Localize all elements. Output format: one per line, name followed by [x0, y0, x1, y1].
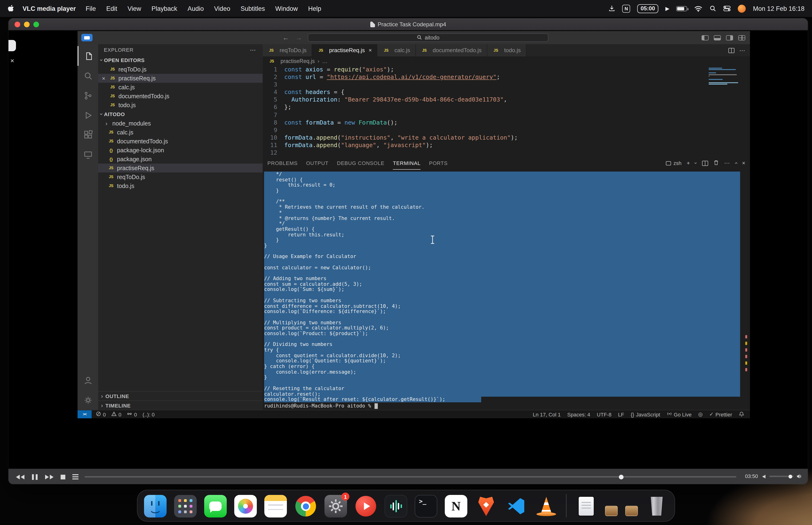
section-open-editors[interactable]: › OPEN EDITORS: [98, 56, 263, 65]
dock-window-2-icon[interactable]: [625, 506, 638, 516]
kill-terminal-icon[interactable]: [713, 160, 719, 167]
dock-system-settings-icon[interactable]: 1: [324, 495, 347, 518]
open-editor-reqToDo.js[interactable]: JSreqToDo.js: [98, 65, 263, 74]
tab-documentedTodo.js[interactable]: JSdocumentedTodo.js: [416, 44, 487, 56]
tab-calc.js[interactable]: JScalc.js: [378, 44, 416, 56]
shell-indicator[interactable]: zsh: [666, 160, 681, 166]
close-editor-icon[interactable]: ×: [102, 75, 109, 81]
tab-todo.js[interactable]: JStodo.js: [487, 44, 526, 56]
panel-tab-ports[interactable]: PORTS: [429, 157, 448, 169]
menu-video[interactable]: Video: [209, 5, 235, 12]
dock-window-1-icon[interactable]: [605, 506, 618, 516]
rewind-button[interactable]: [16, 475, 24, 479]
seek-knob[interactable]: [619, 475, 624, 479]
status-problems-errors[interactable]: 0: [96, 411, 106, 417]
menu-playback[interactable]: Playback: [147, 5, 183, 12]
open-editor-documentedTodo.js[interactable]: JSdocumentedTodo.js: [98, 92, 263, 101]
dock-brave-icon[interactable]: [475, 495, 497, 518]
layout-panel-icon[interactable]: [714, 35, 721, 40]
status-cursor-position[interactable]: Ln 17, Col 1: [533, 411, 561, 417]
dock-photos-icon[interactable]: [234, 495, 257, 518]
source-control-icon[interactable]: [78, 86, 98, 105]
open-editor-todo.js[interactable]: JStodo.js: [98, 101, 263, 109]
dock-notion-icon[interactable]: N: [445, 495, 467, 518]
extensions-icon[interactable]: [78, 125, 98, 145]
open-editor-calc.js[interactable]: JScalc.js: [98, 83, 263, 92]
fast-forward-button[interactable]: [45, 475, 53, 479]
panel-maximize-icon[interactable]: ›: [733, 162, 739, 164]
download-icon[interactable]: [609, 5, 615, 12]
section-folder-aitodo[interactable]: › AITODO: [98, 109, 263, 119]
layout-sidebar-right-icon[interactable]: [726, 35, 733, 40]
panel-tab-output[interactable]: OUTPUT: [306, 157, 328, 169]
dock-terminal-icon[interactable]: >_: [415, 495, 437, 518]
notion-menubar-icon[interactable]: N: [623, 4, 630, 13]
dock-vlc-icon[interactable]: [535, 495, 557, 518]
status-prettier[interactable]: ✓Prettier: [709, 411, 732, 417]
file-package-lock.json[interactable]: {}package-lock.json: [98, 146, 263, 155]
status-snippet-indicator[interactable]: (..): 0: [143, 411, 155, 417]
dock-documents-icon[interactable]: [575, 495, 597, 518]
menu-bar-clock[interactable]: Mon 12 Feb 16:18: [753, 5, 805, 12]
video-canvas[interactable]: × ← → aitodo: [9, 31, 808, 469]
editor-more-actions-icon[interactable]: ⋯: [739, 47, 745, 54]
menu-file[interactable]: File: [81, 5, 101, 12]
dock-messages-icon[interactable]: [204, 495, 227, 518]
nav-forward-icon[interactable]: →: [295, 34, 302, 41]
panel-tab-problems[interactable]: PROBLEMS: [267, 157, 298, 169]
panel-tab-terminal[interactable]: TERMINAL: [393, 157, 420, 169]
close-tab-icon[interactable]: ×: [369, 47, 372, 54]
layout-customize-icon[interactable]: [738, 35, 745, 40]
split-terminal-icon[interactable]: [702, 161, 708, 166]
dock-audio-icon[interactable]: [385, 495, 407, 518]
code-editor[interactable]: 1const axios = require("axios");2const u…: [263, 66, 750, 156]
tab-reqToDo.js[interactable]: JSreqToDo.js: [263, 44, 312, 56]
file-node_modules[interactable]: ›node_modules: [98, 119, 263, 128]
dock-finder-icon[interactable]: [144, 495, 167, 518]
file-calc.js[interactable]: JScalc.js: [98, 128, 263, 137]
panel-more-icon[interactable]: ⋯: [724, 160, 730, 166]
dock-trash-icon[interactable]: [645, 495, 668, 518]
zoom-window-button[interactable]: [33, 21, 39, 27]
file-practiseReq.js[interactable]: JSpractiseReq.js: [98, 164, 263, 172]
status-encoding[interactable]: UTF-8: [597, 411, 611, 417]
minimap[interactable]: [709, 68, 742, 86]
account-icon[interactable]: [78, 370, 98, 390]
minimize-window-button[interactable]: [24, 21, 30, 27]
settings-gear-icon[interactable]: [78, 390, 98, 410]
status-eol[interactable]: LF: [618, 411, 624, 417]
layout-sidebar-icon[interactable]: [702, 35, 709, 40]
section-timeline[interactable]: ›TIMELINE: [98, 401, 263, 410]
recording-timer[interactable]: 05:00: [638, 4, 658, 13]
status-language-mode[interactable]: {}JavaScript: [631, 411, 660, 417]
menu-subtitles[interactable]: Subtitles: [235, 5, 270, 12]
dock-notes-icon[interactable]: [264, 495, 287, 518]
file-package.json[interactable]: {}package.json: [98, 155, 263, 164]
terminal[interactable]: */ reset() { this.result = 0; } /** * Re…: [263, 170, 750, 410]
workspace-icon[interactable]: [81, 34, 93, 41]
file-todo.js[interactable]: JStodo.js: [98, 181, 263, 190]
panel-close-icon[interactable]: ×: [742, 160, 745, 166]
file-documentedTodo.js[interactable]: JSdocumentedTodo.js: [98, 137, 263, 146]
volume-slider[interactable]: [769, 476, 794, 477]
volume-control[interactable]: [762, 474, 802, 479]
explorer-more-actions-icon[interactable]: ⋯: [250, 46, 256, 53]
run-debug-icon[interactable]: [78, 105, 98, 125]
volume-knob[interactable]: [788, 475, 792, 478]
explorer-icon[interactable]: [78, 46, 98, 66]
file-reqToDo.js[interactable]: JSreqToDo.js: [98, 172, 263, 181]
status-extension-indicator[interactable]: ◎: [698, 411, 703, 417]
menu-window[interactable]: Window: [270, 5, 303, 12]
status-go-live[interactable]: Go Live: [667, 411, 692, 417]
menu-app-name[interactable]: VLC media player: [22, 5, 76, 12]
command-center-search[interactable]: aitodo: [308, 33, 548, 42]
status-ports[interactable]: 0: [127, 411, 137, 417]
panel-tab-debug-console[interactable]: DEBUG CONSOLE: [337, 157, 384, 169]
menu-help[interactable]: Help: [303, 5, 326, 12]
close-window-button[interactable]: [15, 21, 20, 27]
wifi-icon[interactable]: [694, 5, 703, 12]
status-indentation[interactable]: Spaces: 4: [567, 411, 590, 417]
pause-button[interactable]: [31, 474, 38, 480]
section-outline[interactable]: ›OUTLINE: [98, 391, 263, 401]
open-editor-practiseReq.js[interactable]: ×JSpractiseReq.js: [98, 74, 263, 83]
